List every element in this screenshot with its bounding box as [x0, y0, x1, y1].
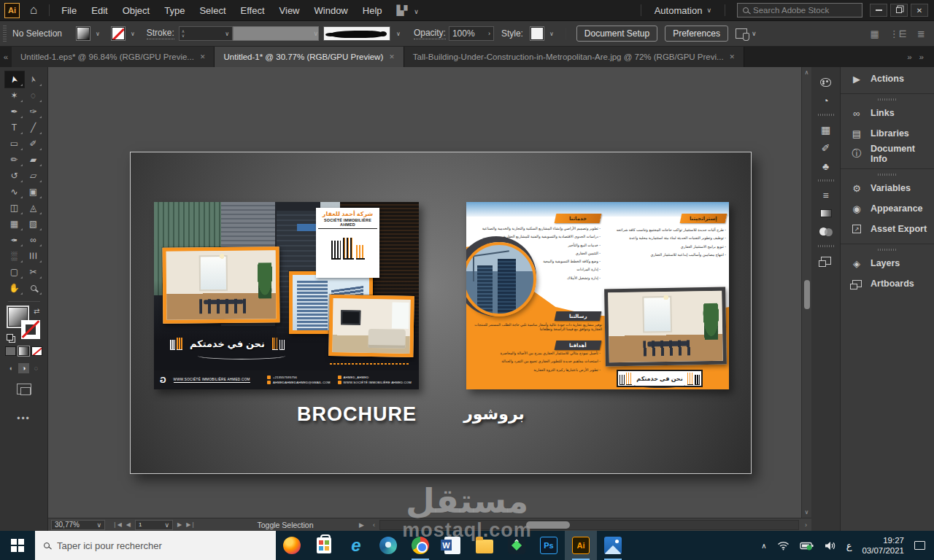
- taskbar-photoshop[interactable]: Ps: [533, 531, 565, 560]
- menu-select[interactable]: Select: [192, 5, 233, 16]
- slice-tool[interactable]: ✂: [24, 264, 43, 280]
- panel-gripper[interactable]: [818, 245, 834, 247]
- adobe-stock-search[interactable]: [737, 3, 862, 18]
- touch-workspace-icon[interactable]: [736, 28, 747, 39]
- zoom-tool[interactable]: [24, 280, 43, 296]
- horizontal-scrollbar[interactable]: [379, 520, 799, 530]
- document-setup-button[interactable]: Document Setup: [576, 26, 657, 42]
- fill-color-control[interactable]: ∨: [77, 27, 103, 40]
- chevron-right-icon[interactable]: ›: [488, 30, 490, 37]
- volume-icon[interactable]: [825, 541, 836, 551]
- artwork-background[interactable]: شركة أحمد للعقار SOCIÉTÉ IMMOBILIÈRE AHM…: [130, 152, 752, 474]
- panel-libraries[interactable]: ▤ Libraries: [841, 123, 934, 144]
- preferences-button[interactable]: Preferences: [665, 26, 728, 42]
- gradient-panel-icon[interactable]: [811, 204, 840, 222]
- status-indicator-label[interactable]: Toggle Selection: [216, 521, 355, 529]
- taskbar-clock[interactable]: 19:27 03/07/2021: [862, 535, 904, 556]
- panel-asset-export[interactable]: ↗ Asset Export: [841, 219, 934, 239]
- brochure-inside-page[interactable]: خدماتنا تطوير وتصميم الأراضي وإنشاء المش…: [466, 202, 729, 389]
- color-mode-button[interactable]: [5, 346, 16, 356]
- stroke-panel-icon[interactable]: ≡: [811, 186, 840, 204]
- panel-document-info[interactable]: ⓘ Document Info: [841, 144, 934, 164]
- panel-gripper[interactable]: [818, 114, 834, 116]
- type-tool[interactable]: T: [5, 120, 24, 136]
- symbol-sprayer-tool[interactable]: ░: [5, 248, 24, 264]
- free-transform-tool[interactable]: ▣: [24, 184, 43, 200]
- perspective-grid-tool[interactable]: ◬: [24, 200, 43, 216]
- prev-artboard-icon[interactable]: ◀: [126, 521, 131, 528]
- taskbar-search[interactable]: [35, 531, 276, 560]
- mesh-tool[interactable]: ▦: [5, 216, 24, 232]
- color-panel-icon[interactable]: [811, 73, 840, 91]
- color-guide-panel-icon[interactable]: ◔: [811, 91, 840, 109]
- opacity-label[interactable]: Opacity:: [414, 28, 446, 39]
- artboard-number-control[interactable]: 1 ∨: [135, 520, 173, 530]
- scale-tool[interactable]: ▱: [24, 168, 43, 184]
- chevron-down-icon[interactable]: ∨: [93, 31, 103, 37]
- menu-type[interactable]: Type: [157, 5, 192, 16]
- brush-definition-control[interactable]: ∨: [323, 26, 404, 41]
- panel-gripper[interactable]: [818, 179, 834, 182]
- stroke-weight-value[interactable]: [187, 27, 222, 40]
- eyedropper-tool[interactable]: ✒: [5, 232, 24, 248]
- scroll-right-icon[interactable]: ›: [800, 521, 811, 529]
- edit-toolbar-icon[interactable]: •••: [17, 413, 31, 424]
- draw-inside-mode[interactable]: ◌: [31, 363, 42, 373]
- menu-object[interactable]: Object: [115, 5, 158, 16]
- stock-search-input[interactable]: [753, 6, 844, 15]
- start-button[interactable]: [0, 531, 35, 560]
- lasso-tool[interactable]: ◌: [24, 88, 43, 104]
- opacity-control[interactable]: 100% ›: [449, 26, 494, 41]
- tab-untitled1-active[interactable]: Untitled-1* @ 30.77% (RGB/GPU Preview) ✕: [215, 47, 404, 67]
- hidden-icons-chevron[interactable]: ∧: [761, 542, 766, 550]
- magic-wand-tool[interactable]: ✶: [5, 88, 24, 104]
- close-button[interactable]: ✕: [911, 4, 928, 17]
- menu-window[interactable]: Window: [307, 5, 355, 16]
- vertical-scroll-thumb[interactable]: [804, 280, 810, 309]
- fill-stroke-indicator[interactable]: ⇄: [8, 307, 40, 339]
- stroke-color-control[interactable]: ∨: [112, 27, 138, 40]
- chevron-down-icon[interactable]: ∨: [128, 31, 138, 37]
- last-artboard-icon[interactable]: ▶❘: [186, 521, 196, 528]
- taskbar-illustrator[interactable]: Ai: [565, 531, 597, 560]
- stroke-color-swatch[interactable]: [21, 320, 40, 339]
- panel-actions[interactable]: ▶ Actions: [841, 69, 934, 89]
- default-fill-stroke-icon[interactable]: [7, 334, 13, 341]
- taskbar-firefox[interactable]: [276, 531, 308, 560]
- menu-file[interactable]: File: [54, 5, 84, 16]
- canvas-viewport[interactable]: شركة أحمد للعقار SOCIÉTÉ IMMOBILIÈRE AHM…: [48, 67, 811, 518]
- pen-tool[interactable]: ✒: [5, 104, 24, 120]
- swatches-panel-icon[interactable]: ▦: [811, 120, 840, 139]
- wifi-icon[interactable]: [777, 541, 790, 551]
- next-artboard-icon[interactable]: ▶: [177, 521, 182, 528]
- opacity-value[interactable]: 100%: [452, 28, 484, 39]
- column-graph-tool[interactable]: ☰: [24, 248, 43, 264]
- eraser-tool[interactable]: ▰: [24, 152, 43, 168]
- menu-view[interactable]: View: [272, 5, 307, 16]
- workspace-dropdown[interactable]: Automation ∨: [646, 5, 720, 16]
- hand-tool[interactable]: ✋: [5, 280, 24, 296]
- taskbar-photos[interactable]: [597, 531, 629, 560]
- taskbar-chrome[interactable]: [404, 531, 436, 560]
- chevron-down-icon[interactable]: ∨: [547, 31, 557, 37]
- selection-tool[interactable]: ➤: [5, 71, 24, 88]
- draw-normal-mode[interactable]: ◐: [6, 363, 17, 373]
- artboards-strip-icon[interactable]: [811, 252, 840, 270]
- language-indicator[interactable]: ع: [846, 540, 852, 551]
- symbols-panel-icon[interactable]: ♣: [811, 157, 840, 175]
- brushes-panel-icon[interactable]: ✐: [811, 139, 840, 157]
- gradient-mode-button[interactable]: [18, 346, 29, 356]
- scroll-up-icon[interactable]: ∧: [805, 67, 809, 78]
- paintbrush-tool[interactable]: ✐: [24, 136, 43, 152]
- scroll-down-icon[interactable]: ∨: [805, 507, 809, 518]
- swap-fill-stroke-icon[interactable]: ⇄: [34, 307, 39, 315]
- collapse-dock-icon[interactable]: »: [907, 52, 911, 61]
- taskbar-search-input[interactable]: [57, 540, 247, 551]
- panel-links[interactable]: ∞ Links: [841, 103, 934, 123]
- horizontal-scroll-thumb[interactable]: [526, 521, 570, 529]
- direct-selection-tool[interactable]: ➢: [24, 71, 43, 88]
- tab-untitled1-eps[interactable]: Untitled-1.eps* @ 96.84% (RGB/GPU Previe…: [12, 47, 215, 67]
- panel-gripper[interactable]: [878, 249, 897, 251]
- artboard-tool[interactable]: ▢: [5, 264, 24, 280]
- taskbar-word[interactable]: W: [436, 531, 468, 560]
